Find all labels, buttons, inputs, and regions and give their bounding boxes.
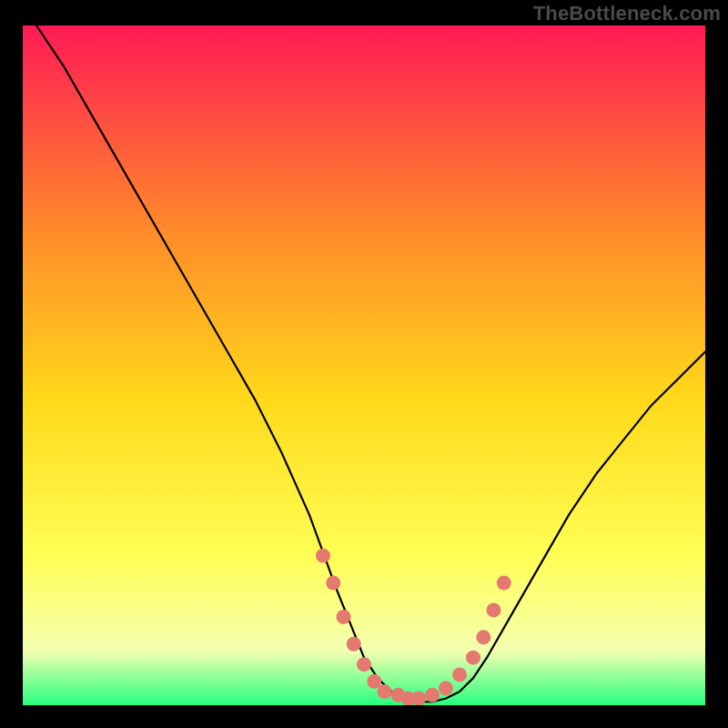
chart-frame: TheBottleneck.com xyxy=(0,0,728,728)
highlight-dot xyxy=(476,630,490,644)
plot-area xyxy=(23,25,705,705)
watermark-text: TheBottleneck.com xyxy=(533,2,721,25)
highlight-dot xyxy=(337,610,351,624)
highlight-dot xyxy=(378,684,392,699)
highlight-dot xyxy=(425,688,440,703)
highlight-dot xyxy=(347,637,361,652)
highlight-dot xyxy=(411,692,426,705)
highlight-dot xyxy=(487,602,501,617)
highlight-dot xyxy=(497,576,511,591)
highlight-dot xyxy=(326,576,340,591)
highlight-dot xyxy=(466,651,480,665)
bottleneck-chart-svg xyxy=(23,25,705,705)
highlight-dot xyxy=(439,681,453,695)
gradient-background xyxy=(23,25,705,705)
highlight-dot xyxy=(316,549,330,563)
highlight-dot xyxy=(452,667,467,682)
highlight-dot xyxy=(357,657,371,672)
